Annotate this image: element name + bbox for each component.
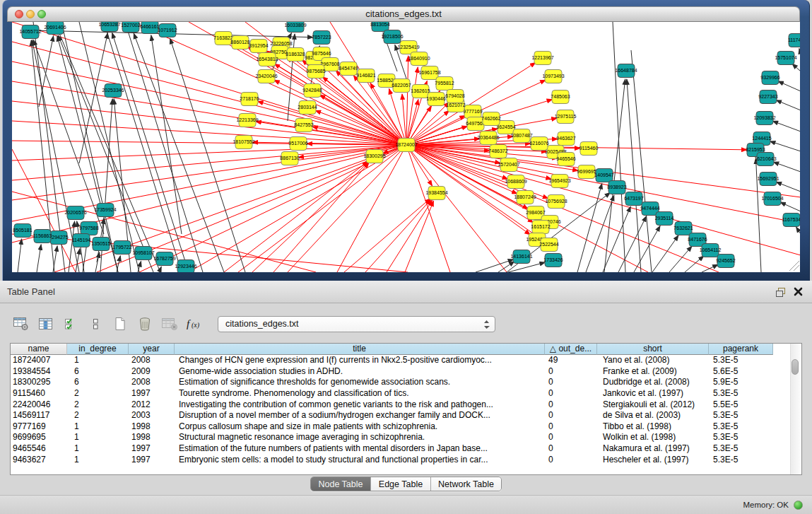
table-cell[interactable]: Tourette syndrome. Phenomenology and cla… [175,388,545,399]
table-cell[interactable]: 1 [67,432,129,443]
table-cell[interactable]: Yano et al. (2008) [597,355,709,366]
graph-node[interactable]: 1409547 [594,169,613,182]
graph-node[interactable]: 17016504 [761,192,783,206]
table-cell[interactable]: Embryonic stem cells: a model to study s… [175,455,545,466]
graph-node[interactable]: 16648784 [615,64,637,78]
table-row[interactable]: 911546021997Tourette syndrome. Phenomeno… [11,388,801,399]
canvas-resize-grip[interactable] [789,261,799,271]
column-header-name[interactable]: name [11,344,67,355]
graph-node[interactable]: 18107552 [233,136,254,149]
graph-node[interactable]: 7462662 [481,112,500,126]
graph-node[interactable]: 1733426 [543,254,563,267]
table-cell[interactable]: Estimation of the future numbers of pati… [175,443,545,455]
minimize-window-button[interactable] [26,10,35,18]
graph-node[interactable]: 8427552 [294,119,313,132]
graph-node[interactable]: 9242848 [302,84,322,98]
graph-node[interactable]: 20691406 [44,22,66,35]
table-cell[interactable]: 0 [545,432,597,443]
table-row[interactable]: 946362711997Embryonic stem cells: a mode… [11,455,801,466]
graph-node[interactable]: 6466161 [140,22,159,34]
table-cell[interactable]: 5.3E-5 [709,388,773,399]
table-cell[interactable]: 49 [545,355,597,366]
table-cell[interactable]: 14569117 [11,410,67,421]
graph-node[interactable]: 7632621 [673,222,693,235]
table-cell[interactable]: 0 [545,388,597,399]
graph-node[interactable]: 14055712 [19,25,41,39]
graph-edge[interactable] [39,36,54,107]
function-builder-icon[interactable]: f(x) [183,313,206,335]
graph-node[interactable]: 1117453 [788,34,800,47]
table-cell[interactable]: 1 [67,355,129,366]
table-cell[interactable]: 0 [545,455,597,466]
graph-edge[interactable] [586,195,614,272]
graph-node[interactable]: 1615172 [531,221,550,234]
table-cell[interactable]: 9463627 [11,455,67,466]
graph-node[interactable]: 18300295 [363,150,385,163]
table-cell[interactable]: 5.3E-5 [709,410,773,421]
table-cell[interactable]: Nakamura et al. (1997) [597,443,709,455]
graph-node[interactable]: 20206576 [64,206,86,220]
table-row[interactable]: 1456911722003Disruption of a novel membe… [11,410,801,421]
table-cell[interactable]: 9465546 [11,443,67,455]
table-cell[interactable]: Wolkin et al. (1998) [597,432,709,443]
table-cell[interactable]: 1 [67,443,129,455]
combobox-stepper-icon[interactable] [483,320,490,334]
graph-edge[interactable] [12,101,406,145]
table-cell[interactable]: Dudbridge et al. (2008) [597,377,709,388]
graph-edge[interactable] [337,145,406,272]
graph-node[interactable]: 9329966 [760,71,779,85]
graph-edge[interactable] [238,145,406,272]
table-cell[interactable]: Structural magnetic resonance image aver… [175,432,545,443]
table-row[interactable]: 969969511998Structural magnetic resonanc… [11,432,801,443]
graph-edge[interactable] [778,81,800,91]
graph-node[interactable]: 16782759 [153,252,175,266]
graph-node[interactable]: 1527002 [121,22,140,33]
graph-node[interactable]: 12975115 [555,110,577,124]
graph-node[interactable]: 1930446 [426,93,445,106]
table-cell[interactable]: 18724007 [11,355,67,366]
graph-edge[interactable] [772,121,800,132]
float-window-icon[interactable] [775,287,787,298]
graph-node[interactable]: 1145194 [72,234,91,247]
graph-node[interactable]: 7857223 [312,31,331,45]
select-rows-icon[interactable] [59,313,82,335]
graph-node[interactable]: 6473197 [624,192,643,206]
column-header-year[interactable]: year [129,344,175,355]
graph-edge[interactable] [95,252,100,272]
column-header-pagerank[interactable]: pagerank [709,344,773,355]
graph-edge[interactable] [406,145,800,255]
graph-node[interactable]: 9146821 [356,69,375,83]
graph-node[interactable]: 16543812 [256,53,278,66]
table-cell[interactable]: 2 [67,399,129,411]
table-cell[interactable]: 1998 [129,421,175,433]
table-cell[interactable]: Stergiakouli et al. (2012) [597,399,709,411]
table-row[interactable]: 1938455462009Genome-wide association stu… [11,366,801,378]
vertical-scrollbar[interactable] [790,344,800,474]
graph-node[interactable]: 1795722 [112,241,131,255]
graph-edge[interactable] [125,22,203,272]
graph-node[interactable]: 10688609 [505,175,526,189]
graph-edge[interactable] [603,206,630,272]
table-cell[interactable]: Franke et al. (2009) [597,366,709,378]
table-cell[interactable]: 9115460 [11,388,67,399]
table-cell[interactable]: 9777169 [11,421,67,433]
table-cell[interactable]: 2003 [129,410,175,421]
graph-edge[interactable] [631,50,652,272]
table-cell[interactable]: 5.5E-5 [709,399,773,411]
graph-edge[interactable] [258,101,406,145]
graph-edge[interactable] [12,145,406,160]
delete-trash-icon[interactable] [134,313,156,335]
graph-node[interactable]: 1294275 [49,231,68,245]
graph-edge[interactable] [770,141,800,151]
graph-node[interactable]: 18807249 [514,191,536,204]
table-cell[interactable]: 6 [67,377,129,388]
tab-edge-table[interactable]: Edge Table [371,477,431,491]
graph-edge[interactable] [12,145,406,180]
tab-node-table[interactable]: Node Table [311,477,371,491]
graph-node[interactable]: 9797588 [79,222,98,235]
graph-node[interactable]: 12093832 [753,112,775,125]
graph-node[interactable]: 1350515 [91,238,110,251]
graph-node[interactable]: 2935114 [655,212,674,226]
graph-node[interactable]: 12213967 [531,52,553,65]
table-cell[interactable]: 5.9E-5 [709,377,773,388]
